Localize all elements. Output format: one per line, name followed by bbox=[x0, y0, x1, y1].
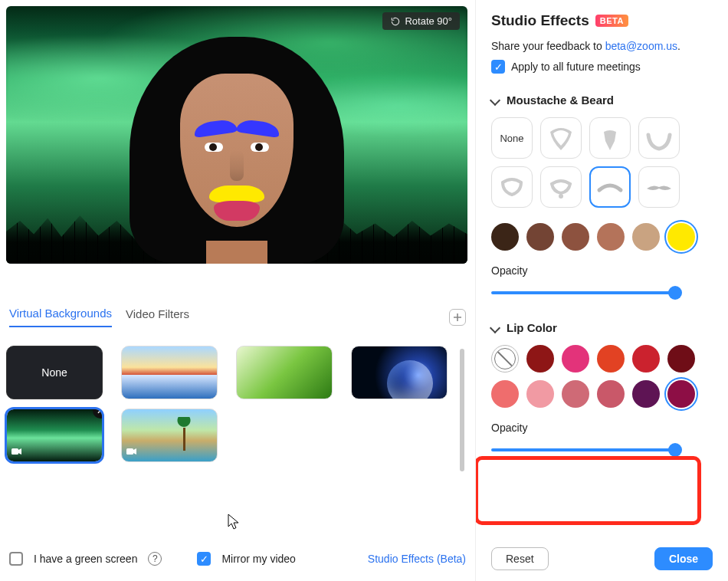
tabs: Virtual Backgrounds Video Filters bbox=[6, 307, 469, 332]
beard-style-4[interactable] bbox=[491, 166, 533, 208]
tab-virtual-backgrounds[interactable]: Virtual Backgrounds bbox=[9, 307, 112, 327]
bottom-options: I have a green screen ? ✓ Mirror my vide… bbox=[6, 546, 469, 575]
moustache-header[interactable]: Moustache & Beard bbox=[491, 94, 713, 107]
moustache-section: Moustache & Beard None bbox=[491, 94, 713, 298]
moustache-color-swatch[interactable] bbox=[562, 223, 589, 251]
lip-color-swatch[interactable] bbox=[526, 380, 554, 408]
rotate-button[interactable]: Rotate 90° bbox=[382, 12, 460, 30]
background-space[interactable] bbox=[351, 346, 448, 399]
moustache-color-swatch[interactable] bbox=[597, 223, 625, 251]
beard-style-6[interactable] bbox=[589, 166, 631, 208]
background-beach[interactable] bbox=[121, 409, 218, 462]
camera-icon bbox=[11, 448, 22, 457]
rotate-icon bbox=[390, 16, 401, 27]
moustache-icon bbox=[593, 170, 627, 204]
lip-header-label: Lip Color bbox=[507, 321, 557, 334]
moustache-color-swatch[interactable] bbox=[632, 223, 660, 251]
tab-video-filters[interactable]: Video Filters bbox=[126, 307, 189, 327]
lip-color-swatch[interactable] bbox=[632, 380, 660, 408]
lip-section: Lip Color Opacity bbox=[491, 321, 713, 455]
svg-point-2 bbox=[559, 194, 563, 199]
lip-color-effect bbox=[214, 201, 260, 221]
remove-background-button[interactable]: ✕ bbox=[93, 409, 103, 419]
instruction-highlight bbox=[475, 456, 701, 525]
mirror-checkbox[interactable]: ✓ bbox=[197, 552, 211, 566]
lip-color-none[interactable] bbox=[491, 345, 519, 373]
plus-icon bbox=[453, 313, 462, 322]
svg-rect-1 bbox=[126, 448, 133, 455]
slider-thumb[interactable] bbox=[668, 443, 682, 457]
moustache-color-swatches bbox=[491, 223, 698, 251]
beard-style-grid: None bbox=[491, 117, 690, 208]
background-grass[interactable] bbox=[236, 346, 333, 399]
lip-header[interactable]: Lip Color bbox=[491, 321, 713, 334]
rotate-label: Rotate 90° bbox=[405, 15, 452, 27]
lip-opacity-label: Opacity bbox=[491, 422, 713, 434]
lip-color-swatch[interactable] bbox=[632, 345, 660, 373]
background-aurora[interactable]: ✕ bbox=[6, 409, 103, 462]
add-background-button[interactable] bbox=[449, 309, 466, 326]
beard-icon bbox=[495, 170, 529, 204]
lip-color-swatches bbox=[491, 345, 698, 408]
background-none[interactable]: None bbox=[6, 346, 103, 399]
feedback-text: Share your feedback to bbox=[491, 40, 605, 52]
moustache-header-label: Moustache & Beard bbox=[507, 94, 614, 107]
chevron-down-icon bbox=[490, 322, 500, 333]
apply-all-label: Apply to all future meetings bbox=[511, 61, 641, 73]
lip-color-swatch[interactable] bbox=[491, 380, 519, 408]
beard-style-3[interactable] bbox=[638, 117, 680, 159]
lip-color-swatch[interactable] bbox=[562, 345, 589, 373]
beard-icon bbox=[642, 121, 676, 155]
beard-style-1[interactable] bbox=[540, 117, 582, 159]
background-thumbnails: None ✕ bbox=[6, 346, 469, 484]
lip-opacity-slider[interactable] bbox=[491, 445, 675, 455]
feedback-email-link[interactable]: beta@zoom.us bbox=[605, 40, 677, 52]
camera-icon bbox=[126, 448, 137, 457]
eyebrow-effect-right bbox=[236, 118, 280, 138]
help-icon[interactable]: ? bbox=[148, 552, 162, 566]
beard-none[interactable]: None bbox=[491, 117, 533, 159]
eyebrow-effect-left bbox=[193, 118, 238, 138]
lip-color-swatch[interactable] bbox=[597, 345, 625, 373]
chevron-down-icon bbox=[490, 94, 500, 105]
cursor-icon bbox=[228, 514, 240, 530]
close-button[interactable]: Close bbox=[654, 547, 713, 570]
panel-title: Studio Effects bbox=[491, 12, 589, 29]
background-bridge[interactable] bbox=[121, 346, 218, 399]
video-preview: Rotate 90° bbox=[6, 6, 467, 264]
moustache-opacity-label: Opacity bbox=[491, 264, 713, 277]
beard-icon bbox=[593, 121, 627, 155]
lip-color-swatch[interactable] bbox=[562, 380, 589, 408]
beard-icon bbox=[544, 121, 578, 155]
moustache-color-swatch[interactable] bbox=[526, 223, 554, 251]
beta-badge: BETA bbox=[595, 15, 628, 27]
lip-color-swatch[interactable] bbox=[526, 345, 554, 373]
reset-button[interactable]: Reset bbox=[491, 547, 549, 570]
slider-thumb[interactable] bbox=[668, 286, 682, 300]
studio-effects-link[interactable]: Studio Effects (Beta) bbox=[368, 553, 466, 565]
studio-effects-panel: Studio Effects BETA Share your feedback … bbox=[475, 0, 728, 581]
svg-rect-0 bbox=[11, 448, 18, 455]
lip-color-swatch[interactable] bbox=[667, 345, 695, 373]
apply-all-checkbox[interactable]: ✓ bbox=[491, 60, 505, 74]
moustache-effect bbox=[209, 185, 264, 202]
mirror-label: Mirror my video bbox=[221, 553, 295, 565]
lip-color-swatch[interactable] bbox=[597, 380, 625, 408]
moustache-icon bbox=[642, 170, 676, 204]
moustache-color-swatch[interactable] bbox=[667, 223, 695, 251]
green-screen-label: I have a green screen bbox=[34, 553, 137, 565]
thumbnails-scrollbar[interactable] bbox=[460, 349, 464, 471]
green-screen-checkbox[interactable] bbox=[9, 552, 23, 566]
beard-style-5[interactable] bbox=[540, 166, 582, 208]
face bbox=[126, 37, 348, 264]
background-none-label: None bbox=[41, 366, 67, 379]
beard-icon bbox=[544, 170, 578, 204]
feedback-period: . bbox=[677, 40, 680, 52]
moustache-color-swatch[interactable] bbox=[491, 223, 519, 251]
moustache-opacity-slider[interactable] bbox=[491, 287, 675, 298]
lip-color-swatch[interactable] bbox=[667, 380, 695, 408]
beard-style-2[interactable] bbox=[589, 117, 631, 159]
beard-style-7[interactable] bbox=[638, 166, 680, 208]
